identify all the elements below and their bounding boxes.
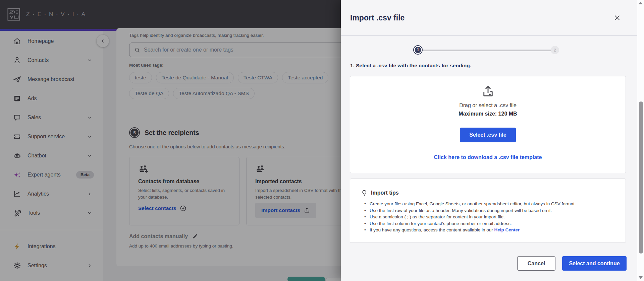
drawer-footer: Cancel Select and continue bbox=[341, 250, 637, 281]
tip-text: Use the first row of your file as a head… bbox=[370, 208, 552, 213]
tip-item: Use a semicolon ( ; ) as the separator f… bbox=[361, 214, 615, 220]
drawer-body: 1 2 1. Select a .csv file with the conta… bbox=[341, 36, 637, 250]
upload-dropzone[interactable]: Drag or select a .csv file Maximum size:… bbox=[350, 76, 626, 173]
close-button[interactable] bbox=[613, 13, 624, 23]
download-template-link[interactable]: Click here to download a .csv file templ… bbox=[434, 154, 542, 160]
tip-item: Use the first column for your contact’s … bbox=[361, 220, 615, 227]
tip-item: Use the first row of your file as a head… bbox=[361, 207, 615, 214]
import-tips-card: Import tips Create your files using Exce… bbox=[350, 179, 626, 243]
upload-tray-icon bbox=[481, 84, 495, 98]
tip-item: If you have any questions, access the co… bbox=[361, 227, 615, 233]
cancel-button[interactable]: Cancel bbox=[517, 256, 555, 271]
drawer-header: Import .csv file bbox=[341, 0, 637, 36]
scrollbar bbox=[637, 0, 644, 281]
stepper-step-2: 2 bbox=[551, 46, 559, 54]
tips-list: Create your files using Excel, Google Sh… bbox=[361, 201, 615, 233]
tip-text: Use the first column for your contact’s … bbox=[370, 221, 512, 226]
tip-text: If you have any questions, access the co… bbox=[370, 227, 494, 232]
stepper-step-1: 1 bbox=[413, 45, 423, 55]
max-size-label: Maximum size: 120 MB bbox=[350, 111, 626, 117]
lightbulb-icon bbox=[361, 190, 368, 196]
scrollbar-up-arrow[interactable] bbox=[639, 2, 643, 4]
step-instruction: 1. Select a .csv file with the contacts … bbox=[350, 63, 471, 69]
tip-item: Create your files using Excel, Google Sh… bbox=[361, 201, 615, 207]
help-center-link[interactable]: Help Center bbox=[494, 227, 520, 232]
drag-label: Drag or select a .csv file bbox=[350, 102, 626, 109]
tip-text: Use a semicolon ( ; ) as the separator f… bbox=[370, 214, 505, 219]
stepper: 1 2 bbox=[341, 45, 637, 55]
tip-text: Create your files using Excel, Google Sh… bbox=[370, 201, 576, 206]
select-csv-file-button[interactable]: Select .csv file bbox=[460, 128, 516, 142]
import-csv-drawer: Import .csv file 1 2 1. Select a .csv fi… bbox=[341, 0, 637, 281]
scrollbar-thumb[interactable] bbox=[639, 101, 643, 254]
select-and-continue-button[interactable]: Select and continue bbox=[562, 256, 627, 271]
drawer-title: Import .csv file bbox=[350, 13, 405, 22]
close-icon bbox=[613, 14, 621, 21]
app-window: Z · E · N · V · I · A Homepage Contacts bbox=[0, 0, 644, 281]
scrollbar-down-arrow[interactable] bbox=[639, 276, 643, 279]
stepper-connector bbox=[421, 50, 555, 51]
import-tips-title: Import tips bbox=[371, 190, 399, 196]
